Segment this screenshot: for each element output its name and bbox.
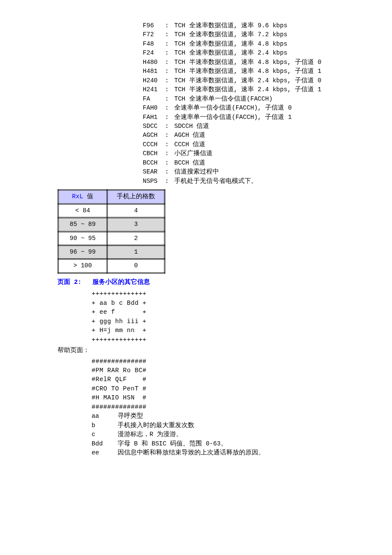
param-value: 寻呼类型 <box>118 412 143 421</box>
rxl-range-cell: 96 ~ 99 <box>58 245 107 259</box>
definition-key: F72 <box>143 30 159 39</box>
definition-key: SDCC <box>143 122 159 131</box>
param-row: ee因信息中断和释放结束导致的上次通话释放的原因。 <box>92 448 337 457</box>
help-parameters: aa寻呼类型b手机接入时的最大重发次数c漫游标志，R 为漫游。Bdd字母 B 和… <box>92 412 337 457</box>
bars-count-cell: 0 <box>107 259 165 273</box>
definition-value: SDCCH 信道 <box>174 122 209 131</box>
definition-key: FA <box>143 95 159 104</box>
definition-value: 全速率单一信令信道(FACCH), 子信道 0 <box>174 104 292 113</box>
definition-row: NSPS : 手机处于无信号省电模式下。 <box>143 177 337 186</box>
definition-row: AGCH : AGCH 信道 <box>143 131 337 140</box>
definition-row: FA : TCH 全速率单一信令信道(FACCH) <box>143 95 337 104</box>
definition-key: H240 <box>143 76 159 85</box>
definition-key: H481 <box>143 67 159 76</box>
table-row: 90 ~ 952 <box>58 231 165 245</box>
definition-row: BCCH : BCCH 信道 <box>143 159 337 168</box>
definition-value: TCH 半速率数据信道, 速率 2.4 kbps, 子信道 0 <box>174 76 321 85</box>
definition-key: BCCH <box>143 159 159 168</box>
param-value: 字母 B 和 BSIC 码值。范围 0-63。 <box>118 439 227 448</box>
rxl-range-cell: > 100 <box>58 259 107 273</box>
definition-row: F48 : TCH 全速率数据信道, 速率 4.8 kbps <box>143 40 337 49</box>
definition-value: 全速率单一信令信道(FACCH), 子信道 1 <box>174 113 292 122</box>
definition-key: H480 <box>143 58 159 67</box>
param-row: aa寻呼类型 <box>92 412 337 421</box>
definition-row: FAH1 : 全速率单一信令信道(FACCH), 子信道 1 <box>143 113 337 122</box>
definition-row: H240 : TCH 半速率数据信道, 速率 2.4 kbps, 子信道 0 <box>143 76 337 85</box>
definition-key: AGCH <box>143 131 159 140</box>
definition-key: F96 <box>143 21 159 30</box>
definition-value: TCH 全速率数据信道, 速率 9.6 kbps <box>174 21 288 30</box>
definition-row: F72 : TCH 全速率数据信道, 速率 7.2 kbps <box>143 30 337 39</box>
table-row: 85 ~ 893 <box>58 218 165 231</box>
bars-count-cell: 4 <box>107 204 165 217</box>
definition-value: TCH 全速率单一信令信道(FACCH) <box>174 95 273 104</box>
rxl-range-cell: 85 ~ 89 <box>58 218 107 231</box>
rxl-range-cell: 90 ~ 95 <box>58 231 107 245</box>
definition-key: CCCH <box>143 140 159 149</box>
param-key: b <box>92 421 118 430</box>
channel-definitions: F96 : TCH 全速率数据信道, 速率 9.6 kbpsF72 : TCH … <box>143 21 337 186</box>
bars-count-cell: 3 <box>107 218 165 231</box>
definition-row: F96 : TCH 全速率数据信道, 速率 9.6 kbps <box>143 21 337 30</box>
param-key: ee <box>92 448 118 457</box>
definition-value: TCH 全速率数据信道, 速率 2.4 kbps <box>174 49 288 58</box>
help-ascii-block: ############## #PM RAR Ro BC# #RelR QLF … <box>92 357 337 412</box>
definition-row: SDCC : SDCCH 信道 <box>143 122 337 131</box>
definition-key: CBCH <box>143 149 159 158</box>
param-value: 因信息中断和释放结束导致的上次通话释放的原因。 <box>118 448 265 457</box>
rxl-signal-table: RxL 值 手机上的格数 < 84485 ~ 89390 ~ 95296 ~ 9… <box>58 189 165 274</box>
definition-key: H241 <box>143 85 159 94</box>
param-key: aa <box>92 412 118 421</box>
table-header-rxl: RxL 值 <box>58 190 107 204</box>
page-2-ascii-block: ++++++++++++++ + aa b c Bdd + + ee f + +… <box>92 289 337 344</box>
definition-value: TCH 半速率数据信道, 速率 4.8 kbps, 子信道 1 <box>174 67 321 76</box>
bars-count-cell: 1 <box>107 245 165 259</box>
table-row: 96 ~ 991 <box>58 245 165 259</box>
param-row: b手机接入时的最大重发次数 <box>92 421 337 430</box>
param-value: 手机接入时的最大重发次数 <box>118 421 194 430</box>
definition-key: F24 <box>143 49 159 58</box>
help-page-label: 帮助页面： <box>58 346 337 355</box>
definition-key: FAH1 <box>143 113 159 122</box>
definition-row: CBCH : 小区广播信道 <box>143 149 337 158</box>
rxl-link[interactable]: RxL <box>72 193 83 200</box>
bars-count-cell: 2 <box>107 231 165 245</box>
param-row: Bdd字母 B 和 BSIC 码值。范围 0-63。 <box>92 439 337 448</box>
definition-row: H241 : TCH 半速率数据信道, 速率 2.4 kbps, 子信道 1 <box>143 85 337 94</box>
definition-value: AGCH 信道 <box>174 131 206 140</box>
param-value: 漫游标志，R 为漫游。 <box>118 430 182 439</box>
definition-value: TCH 全速率数据信道, 速率 7.2 kbps <box>174 30 288 39</box>
definition-key: NSPS <box>143 177 159 186</box>
definition-value: TCH 全速率数据信道, 速率 4.8 kbps <box>174 40 288 49</box>
definition-row: FAH0 : 全速率单一信令信道(FACCH), 子信道 0 <box>143 104 337 113</box>
definition-row: SEAR : 信道搜索过程中 <box>143 168 337 176</box>
definition-row: H481 : TCH 半速率数据信道, 速率 4.8 kbps, 子信道 1 <box>143 67 337 76</box>
definition-value: BCCH 信道 <box>174 159 206 168</box>
definition-key: FAH0 <box>143 104 159 113</box>
param-row: c漫游标志，R 为漫游。 <box>92 430 337 439</box>
param-key: Bdd <box>92 439 118 448</box>
definition-row: CCCH : CCCH 信道 <box>143 140 337 149</box>
table-row: > 1000 <box>58 259 165 273</box>
table-header-bars: 手机上的格数 <box>107 190 165 204</box>
definition-value: CCCH 信道 <box>174 140 206 149</box>
definition-value: 信道搜索过程中 <box>174 168 219 176</box>
definition-value: TCH 半速率数据信道, 速率 4.8 kbps, 子信道 0 <box>174 58 321 67</box>
definition-value: 手机处于无信号省电模式下。 <box>174 177 257 186</box>
definition-key: F48 <box>143 40 159 49</box>
page-2-heading: 页面 2: 服务小区的其它信息 <box>58 278 337 287</box>
definition-row: H480 : TCH 半速率数据信道, 速率 4.8 kbps, 子信道 0 <box>143 58 337 67</box>
definition-key: SEAR <box>143 168 159 176</box>
definition-value: 小区广播信道 <box>174 149 213 158</box>
rxl-range-cell: < 84 <box>58 204 107 217</box>
definition-value: TCH 半速率数据信道, 速率 2.4 kbps, 子信道 1 <box>174 85 321 94</box>
param-key: c <box>92 430 118 439</box>
definition-row: F24 : TCH 全速率数据信道, 速率 2.4 kbps <box>143 49 337 58</box>
table-row: < 844 <box>58 204 165 217</box>
